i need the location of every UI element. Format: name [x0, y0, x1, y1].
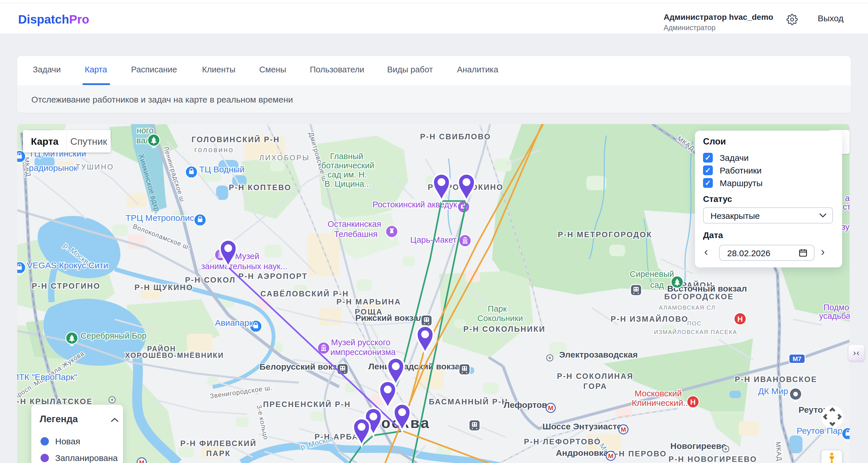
svg-text:Рижский вокзал: Рижский вокзал — [355, 313, 424, 323]
svg-text:ТЦ Водный: ТЦ Водный — [199, 165, 244, 174]
svg-text:VEGAS Крокус Сити: VEGAS Крокус Сити — [27, 261, 108, 270]
svg-text:ПРЕСНЕНСКИЙ Р-Н: ПРЕСНЕНСКИЙ Р-Н — [263, 400, 351, 409]
svg-text:усадьба: усадьба — [819, 311, 849, 321]
svg-text:Музей: Музей — [235, 252, 259, 261]
svg-text:зум: зум — [842, 222, 849, 232]
svg-text:сад им. Н.: сад им. Н. — [328, 170, 367, 179]
svg-text:Серебряный Бор: Серебряный Бор — [81, 331, 147, 340]
svg-text:Р-Н НОВОГИРЕЕВО: Р-Н НОВОГИРЕЕВО — [669, 455, 757, 463]
svg-text:Новогиреево: Новогиреево — [670, 441, 726, 451]
svg-text:Шоссе Энтузиастов: Шоссе Энтузиастов — [542, 422, 627, 431]
svg-text:Р-Н МАРЬИНА: Р-Н МАРЬИНА — [337, 298, 401, 306]
svg-text:ботанический: ботанический — [321, 161, 374, 170]
svg-text:Р-Н СОКОЛ: Р-Н СОКОЛ — [185, 276, 236, 284]
svg-text:Парк: Парк — [488, 304, 507, 313]
svg-text:Андроновка: Андроновка — [556, 448, 608, 458]
svg-text:БОГОРОДСКОЕ: БОГОРОДСКОЕ — [664, 292, 734, 301]
svg-text:ПАРК: ПАРК — [206, 449, 230, 458]
svg-text:Р-Н СОКОЛИНАЯ: Р-Н СОКОЛИНАЯ — [557, 372, 633, 381]
svg-text:М: М — [139, 459, 144, 463]
svg-text:Подмоск: Подмоск — [824, 303, 849, 312]
svg-text:ГОЛОВИНСКИЙ Р-Н: ГОЛОВИНСКИЙ Р-Н — [191, 135, 280, 144]
svg-text:Р-Н ЛЕФОРТОВО: Р-Н ЛЕФОРТОВО — [524, 437, 601, 446]
svg-text:ного: ного — [137, 126, 153, 135]
svg-text:Авиапарк: Авиапарк — [215, 318, 253, 327]
svg-text:ТУШИНО: ТУШИНО — [75, 163, 114, 171]
svg-text:ИЗМАЙЛОВСКАЯ ПАСЕКА: ИЗМАЙЛОВСКАЯ ПАСЕКА — [654, 329, 737, 335]
svg-text:Главный: Главный — [330, 152, 363, 161]
svg-text:Р-Н ИВАНОВСКОЕ: Р-Н ИВАНОВСКОЕ — [735, 375, 817, 384]
svg-text:ЛИХОБОРЫ: ЛИХОБОРЫ — [259, 154, 310, 162]
svg-text:занимательных наук...: занимательных наук... — [201, 262, 287, 271]
svg-text:М7: М7 — [793, 355, 802, 362]
svg-text:Н: Н — [738, 315, 743, 323]
svg-text:Р-Н ИЗМАЙЛОВО: Р-Н ИЗМАЙЛОВО — [611, 315, 689, 323]
svg-text:Сиреневый: Сиреневый — [630, 269, 674, 278]
svg-text:ХОРОШЁВО-МНЁВНИКИ: ХОРОШЁВО-МНЁВНИКИ — [125, 351, 224, 359]
svg-text:МКАД: МКАД — [775, 441, 783, 461]
svg-text:В. Цицина...: В. Цицина... — [324, 179, 371, 189]
svg-text:Электрозаводская: Электрозаводская — [559, 350, 638, 359]
svg-text:Р-Н СОКОЛЬНИКИ: Р-Н СОКОЛЬНИКИ — [463, 325, 546, 333]
svg-text:АЛАМОВСКАЯ СЛ: АЛАМОВСКАЯ СЛ — [659, 304, 715, 311]
svg-text:Р-Н СТРОГИНО: Р-Н СТРОГИНО — [32, 282, 100, 290]
svg-text:М: М — [621, 426, 626, 433]
svg-text:Клинический...: Клинический... — [632, 398, 690, 407]
svg-text:Ленинградский вокзал: Ленинградский вокзал — [368, 362, 465, 371]
svg-text:головино: головино — [194, 145, 234, 154]
svg-text:Московский: Московский — [634, 389, 682, 398]
svg-text:ТРЦ Метрополис: ТРЦ Метрополис — [126, 213, 194, 223]
svg-text:Р-Н СВИБЛОВО: Р-Н СВИБЛОВО — [420, 132, 491, 141]
svg-text:Н: Н — [690, 398, 696, 406]
svg-text:М: М — [608, 452, 613, 460]
svg-text:Останкинская: Останкинская — [328, 220, 381, 229]
svg-text:ДК Мир: ДК Мир — [758, 386, 788, 396]
svg-text:Р-Н КОПТЕВО: Р-Н КОПТЕВО — [229, 183, 291, 192]
svg-text:ГОРА: ГОРА — [583, 382, 607, 391]
svg-text:радиорынок: радиорынок — [29, 163, 78, 173]
svg-text:Музей русского: Музей русского — [331, 338, 391, 347]
svg-text:сад: сад — [650, 280, 664, 290]
svg-text:М: М — [548, 404, 553, 411]
svg-text:ар: ар — [845, 194, 849, 203]
svg-text:Телебашня: Телебашня — [334, 230, 377, 239]
svg-text:Р-Н АЭРОПОРТ: Р-Н АЭРОПОРТ — [238, 272, 308, 280]
svg-text:Р-Н ФИЛЕВСКИЙ: Р-Н ФИЛЕВСКИЙ — [180, 439, 257, 448]
svg-text:Р-Н ЩУКИНО: Р-Н ЩУКИНО — [134, 283, 193, 292]
svg-text:стр: стр — [843, 202, 849, 211]
svg-text:Р-Н МЕТРОГОРОДОК: Р-Н МЕТРОГОРОДОК — [558, 230, 652, 239]
svg-text:Сокольники: Сокольники — [477, 313, 523, 323]
svg-text:Р-Н ПЕРОВО: Р-Н ПЕРОВО — [609, 450, 667, 458]
svg-text:БАСМАННЫЙ Р-Н: БАСМАННЫЙ Р-Н — [429, 397, 508, 406]
svg-text:САВЁЛОВСКИЙ Р-Н: САВЁЛОВСКИЙ Р-Н — [260, 289, 349, 298]
svg-text:ПОС.: ПОС. — [687, 320, 704, 327]
svg-text:импрессионизма: импрессионизма — [330, 348, 396, 357]
svg-text:Лефортово: Лефортово — [504, 400, 552, 409]
svg-text:МТК "ЕвроПарк": МТК "ЕвроПарк" — [17, 372, 77, 382]
